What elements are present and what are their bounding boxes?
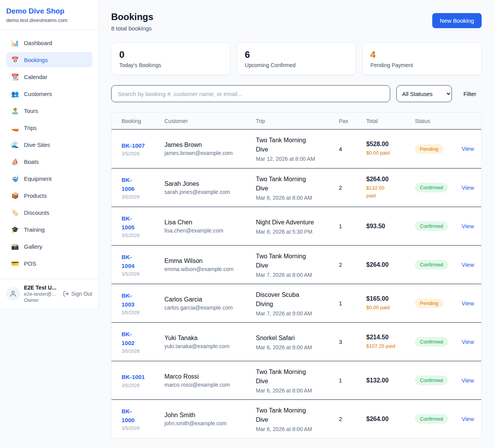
sidebar-item-gallery[interactable]: 📸Gallery: [6, 239, 92, 254]
status-badge: Confirmed: [415, 414, 448, 424]
stat-card-pending-payment: 4Pending Payment: [362, 42, 482, 75]
trip-cell: Two Tank Morning DiveMar 12, 2026 at 8:0…: [256, 136, 339, 162]
calendar-icon: 📅: [11, 56, 19, 64]
paid-amount: $107.25 paid: [366, 342, 411, 350]
sidebar-item-training[interactable]: 🎓Training: [6, 222, 92, 237]
booking-id-link[interactable]: BK- 1006: [122, 175, 134, 194]
view-link[interactable]: View: [462, 223, 474, 229]
status-badge: Confirmed: [415, 183, 448, 192]
pax-count: 2: [339, 416, 366, 422]
search-input[interactable]: [111, 85, 390, 102]
booking-id-link[interactable]: BK- 1005: [122, 214, 134, 232]
stat-label: Upcoming Confirmed: [245, 62, 348, 68]
total-cell: $93.50: [366, 223, 415, 230]
pax-count: 3: [339, 339, 366, 345]
sidebar-item-boats[interactable]: ⛵Boats: [6, 154, 92, 169]
customer-cell: Carlos Garciacarlos.garcia@example.com: [164, 296, 256, 311]
sidebar-item-customers[interactable]: 👥Customers: [6, 86, 92, 101]
booking-id-link[interactable]: BK-1007: [122, 141, 145, 150]
table-body: BK-10073/5/2026James Brownjames.brown@ex…: [112, 130, 481, 438]
sidebar-item-discounts[interactable]: 🏷️Discounts: [6, 205, 92, 220]
sign-out-button[interactable]: Sign Out: [63, 291, 92, 297]
stat-label: Pending Payment: [370, 62, 474, 68]
trip-datetime: Mar 8, 2026 at 5:30 PM: [256, 229, 335, 235]
new-booking-button[interactable]: New Booking: [432, 13, 482, 28]
booking-date: 3/5/2026: [122, 271, 161, 277]
sidebar-item-label: Tours: [24, 108, 38, 114]
total-amount: $214.50: [366, 334, 411, 341]
table-row: BK-10013/5/2026Marco Rossimarco.rossi@ex…: [112, 361, 481, 399]
booking-id-link[interactable]: BK- 1002: [122, 330, 134, 348]
trip-cell: Two Tank Morning DiveMar 6, 2026 at 8:00…: [256, 367, 339, 394]
pax-count: 2: [339, 261, 366, 268]
booking-cell: BK- 10043/5/2026: [122, 253, 164, 277]
sidebar-item-trips[interactable]: 🚤Trips: [6, 120, 92, 135]
booking-id-link[interactable]: BK- 1000: [122, 407, 134, 425]
sidebar-item-dive-sites[interactable]: 🌊Dive Sites: [6, 137, 92, 152]
status-badge: Confirmed: [415, 260, 448, 269]
table-row: BK- 10003/5/2026John Smithjohn.smith@exa…: [112, 399, 481, 438]
customer-email: marco.rossi@example.com: [164, 382, 252, 388]
booking-cell: BK- 10053/5/2026: [122, 214, 164, 239]
sidebar-item-tours[interactable]: 🏝️Tours: [6, 103, 92, 118]
view-link[interactable]: View: [462, 377, 474, 384]
status-badge: Pending: [415, 298, 443, 308]
sidebar-item-bookings[interactable]: 📅Bookings: [6, 52, 92, 67]
column-header-status: Status: [415, 118, 462, 124]
customer-cell: Sarah Jonessarah.jones@example.com: [164, 180, 256, 195]
customer-name: Marco Rossi: [164, 373, 252, 380]
sidebar-item-pos[interactable]: 💳POS: [6, 256, 92, 271]
customer-cell: Marco Rossimarco.rossi@example.com: [164, 373, 256, 388]
sidebar-item-label: Discounts: [24, 209, 49, 216]
view-link[interactable]: View: [462, 145, 474, 152]
customer-email: james.brown@example.com: [164, 150, 252, 156]
view-link[interactable]: View: [462, 339, 474, 345]
actions-cell: View: [462, 339, 472, 345]
total-amount: $132.00: [366, 377, 411, 384]
sidebar-item-dashboard[interactable]: 📊Dashboard: [6, 35, 92, 51]
sidebar-item-label: Customers: [24, 91, 52, 97]
customer-cell: James Brownjames.brown@example.com: [164, 141, 256, 156]
booking-id-link[interactable]: BK- 1004: [122, 253, 134, 271]
page-title: Bookings: [111, 12, 153, 22]
sidebar-item-products[interactable]: 📦Products: [6, 188, 92, 203]
sidebar-header: Demo Dive Shop demo.test.divestreams.com: [0, 0, 98, 30]
column-header-pax: Pax: [339, 118, 366, 124]
status-badge: Confirmed: [415, 337, 448, 347]
sidebar-item-label: Training: [24, 226, 45, 233]
view-link[interactable]: View: [462, 261, 474, 268]
booking-cell: BK- 10063/5/2026: [122, 175, 164, 200]
view-link[interactable]: View: [462, 184, 474, 191]
booking-cell: BK- 10003/5/2026: [122, 407, 164, 431]
booking-cell: BK- 10033/5/2026: [122, 291, 164, 316]
package-icon: 📦: [11, 192, 19, 199]
view-link[interactable]: View: [462, 416, 474, 422]
customer-cell: Lisa Chenlisa.chen@example.com: [164, 219, 256, 234]
sidebar-item-label: Calendar: [24, 74, 47, 80]
trip-name: Two Tank Morning Dive: [256, 136, 335, 154]
booking-id-link[interactable]: BK- 1003: [122, 291, 134, 309]
filter-button[interactable]: Filter: [458, 91, 482, 97]
status-cell: Pending: [415, 298, 462, 308]
total-cell: $264.00: [366, 261, 415, 268]
view-link[interactable]: View: [462, 300, 474, 307]
trip-cell: Two Tank Morning DiveMar 7, 2026 at 8:00…: [256, 252, 339, 278]
sidebar-item-calendar[interactable]: 📆Calendar: [6, 69, 92, 84]
booking-date: 3/5/2026: [122, 383, 161, 388]
pax-count: 4: [339, 146, 366, 152]
booking-date: 3/5/2026: [122, 233, 161, 238]
customer-cell: John Smithjohn.smith@example.com: [164, 412, 256, 426]
table-row: BK- 10063/5/2026Sarah Jonessarah.jones@e…: [112, 168, 481, 207]
credit-card-icon: 💳: [11, 260, 19, 267]
sidebar-item-equipment[interactable]: 🤿Equipment: [6, 171, 92, 186]
status-cell: Confirmed: [415, 221, 462, 231]
page-header: Bookings 8 total bookings New Booking: [111, 12, 482, 32]
diving-mask-icon: 🤿: [11, 175, 19, 182]
status-cell: Confirmed: [415, 414, 462, 424]
booking-id-link[interactable]: BK-1001: [122, 372, 145, 381]
trip-datetime: Mar 6, 2026 at 9:00 AM: [256, 344, 335, 350]
sidebar-footer: E2E Test U... e2e-tester@... Owner Sign …: [0, 279, 98, 308]
status-filter-select[interactable]: All Statuses: [396, 85, 452, 102]
table-row: BK- 10053/5/2026Lisa Chenlisa.chen@examp…: [112, 207, 481, 245]
total-amount: $264.00: [366, 176, 411, 183]
